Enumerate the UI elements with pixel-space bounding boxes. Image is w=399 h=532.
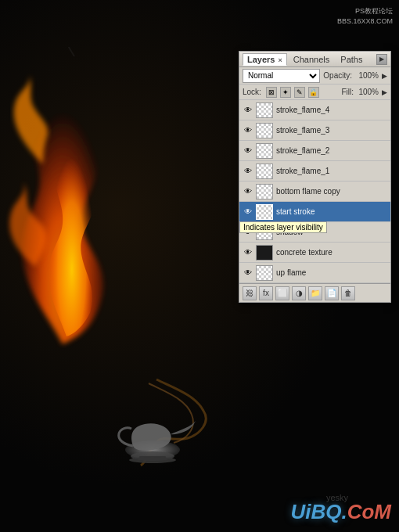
- tab-channels[interactable]: Channels: [289, 53, 334, 66]
- layer-thumbnail: [256, 164, 273, 179]
- layer-item[interactable]: 👁start strokeIndicates layer visibility: [239, 202, 390, 222]
- uibq-watermark: UiBQ.: [290, 500, 347, 523]
- lock-transparent-icon[interactable]: ⊠: [266, 87, 277, 98]
- layer-thumbnail: [256, 265, 273, 281]
- fill-arrow[interactable]: ▶: [382, 88, 387, 96]
- layer-thumbnail: [256, 204, 273, 220]
- layer-item[interactable]: 👁stroke_flame_3: [239, 120, 390, 141]
- tab-layers[interactable]: Layers ×: [243, 53, 287, 66]
- layer-item[interactable]: 👁stroke_flame_1: [239, 161, 390, 182]
- layer-item[interactable]: 👁bottom flame copy: [239, 182, 390, 202]
- blend-mode-select[interactable]: Normal: [243, 69, 320, 83]
- blend-opacity-row: Normal Opacity: 100% ▶: [239, 67, 390, 84]
- layer-name: bottom flame copy: [276, 187, 340, 196]
- fx-button[interactable]: fx: [259, 286, 273, 300]
- layer-tooltip: Indicates layer visibility: [239, 221, 327, 233]
- fill-value: 100%: [357, 88, 379, 96]
- layer-thumbnail: [256, 123, 273, 138]
- watermark-bottom: yesky UiBQ.CoM: [290, 500, 391, 524]
- layer-visibility-toggle[interactable]: 👁: [242, 145, 254, 157]
- lamp-area: [78, 376, 235, 469]
- link-layers-button[interactable]: ⛓: [243, 286, 257, 300]
- layer-name: stroke_flame_1: [276, 167, 329, 175]
- lock-all-icon[interactable]: 🔒: [308, 87, 319, 98]
- fill-label: Fill:: [341, 88, 354, 96]
- layer-item[interactable]: 👁concrete texture: [239, 243, 390, 263]
- layer-thumbnail: [256, 143, 273, 159]
- panel-title-bar: Layers × Channels Paths ▶: [239, 52, 390, 67]
- layer-name: start stroke: [276, 207, 315, 216]
- opacity-value: 100%: [355, 71, 379, 80]
- flame-area: [0, 47, 164, 376]
- opacity-arrow[interactable]: ▶: [382, 72, 387, 80]
- layer-visibility-toggle[interactable]: 👁: [242, 185, 254, 198]
- layer-item[interactable]: 👁stroke_flame_4: [239, 100, 390, 120]
- opacity-label: Opacity:: [323, 71, 352, 80]
- layer-name: stroke_flame_2: [276, 146, 329, 155]
- panel-tabs: Layers × Channels Paths: [243, 53, 367, 66]
- layer-name: stroke_flame_3: [276, 126, 329, 135]
- lock-row: Lock: ⊠ ✦ ✎ 🔒 Fill: 100% ▶: [239, 84, 390, 100]
- layer-thumbnail: [256, 102, 273, 118]
- layer-name: concrete texture: [276, 248, 332, 257]
- mask-button[interactable]: ⬜: [275, 286, 289, 300]
- yesky-watermark: yesky: [326, 493, 348, 502]
- watermark-top: PS教程论坛 BBS.16XX8.COM: [337, 6, 393, 26]
- tab-paths[interactable]: Paths: [336, 53, 367, 66]
- lock-label: Lock:: [243, 88, 261, 96]
- delete-layer-button[interactable]: 🗑: [341, 286, 355, 300]
- layer-visibility-toggle[interactable]: 👁: [242, 206, 254, 218]
- panel-bottom-toolbar: ⛓ fx ⬜ ◑ 📁 📄 🗑: [239, 283, 390, 302]
- layer-item[interactable]: 👁up flame: [239, 263, 390, 283]
- new-layer-button[interactable]: 📄: [325, 286, 339, 300]
- layer-visibility-toggle[interactable]: 👁: [242, 267, 254, 279]
- layer-name: stroke_flame_4: [276, 106, 329, 114]
- group-button[interactable]: 📁: [308, 286, 322, 300]
- layer-visibility-toggle[interactable]: 👁: [242, 165, 254, 178]
- layer-visibility-toggle[interactable]: 👁: [242, 124, 254, 137]
- layer-list: 👁stroke_flame_4👁stroke_flame_3👁stroke_fl…: [239, 100, 390, 283]
- layer-item[interactable]: 👁stroke_flame_2: [239, 141, 390, 161]
- lock-position-icon[interactable]: ✦: [280, 87, 291, 98]
- layer-name: up flame: [276, 268, 306, 277]
- layer-thumbnail: [256, 184, 273, 200]
- panel-menu-button[interactable]: ▶: [376, 54, 387, 65]
- layer-visibility-toggle[interactable]: 👁: [242, 104, 254, 117]
- layers-panel: Layers × Channels Paths ▶ Normal Opacity…: [239, 51, 391, 303]
- lock-pixel-icon[interactable]: ✎: [294, 87, 305, 98]
- layer-visibility-toggle[interactable]: 👁: [242, 246, 254, 259]
- svg-point-3: [129, 457, 176, 463]
- layer-thumbnail: [256, 245, 273, 261]
- adjustment-button[interactable]: ◑: [292, 286, 306, 300]
